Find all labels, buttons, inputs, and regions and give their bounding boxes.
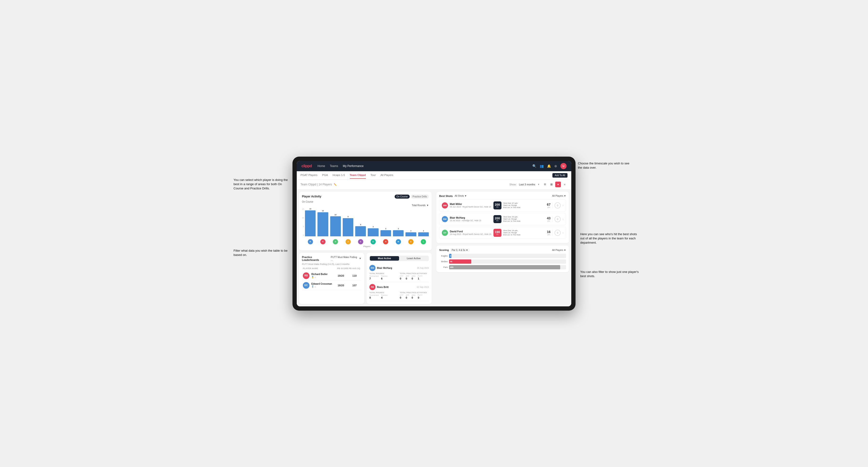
shot-stat2-0: 0 xyxy=(555,203,561,209)
page-wrapper: Choose the timescale you wish to see the… xyxy=(292,157,576,311)
player-avatar-4[interactable]: E xyxy=(355,239,366,244)
bar-3 xyxy=(343,218,353,236)
most-active-tab[interactable]: Most Active xyxy=(370,256,399,261)
player-avatar-7[interactable]: M xyxy=(393,239,404,244)
pai-stat-gtt-0: GTT0 xyxy=(400,275,403,280)
people-icon[interactable]: 👥 xyxy=(540,164,544,168)
lb-medal-0: 🥇 xyxy=(311,276,314,278)
on-course-toggle[interactable]: On Course xyxy=(395,195,410,198)
chart-dropdown-chevron: ▼ xyxy=(427,204,429,207)
scoring-players-dropdown[interactable]: All Players ▼ xyxy=(552,249,566,251)
bar-group-8: 2 xyxy=(405,230,416,236)
activity-title: Player Activity xyxy=(302,195,321,198)
list-view-button[interactable]: ▦ xyxy=(549,182,554,187)
avatar-circle-5: D xyxy=(371,239,376,244)
scoring-bar-row-0: Eagles3 xyxy=(439,254,566,258)
grid-view-button[interactable]: ⊞ xyxy=(542,182,548,187)
bar-9 xyxy=(418,232,429,236)
avatar-circle-0: B xyxy=(308,239,313,244)
bell-icon[interactable]: 🔔 xyxy=(547,164,551,168)
pai-name-0: Blair McHarg xyxy=(377,267,415,269)
bar-value-9: 2 xyxy=(423,230,424,232)
nav-teams[interactable]: Teams xyxy=(330,163,338,168)
y-label-0: 0 xyxy=(302,234,304,236)
shot-item-2[interactable]: DFDavid Ford24 Aug 2023 · Royal North De… xyxy=(439,227,566,239)
scoring-players-chevron: ▼ xyxy=(564,249,566,251)
player-avatar-3[interactable]: J xyxy=(343,239,353,244)
shot-stat1-label-1: yds xyxy=(548,220,550,222)
tab-hcaps[interactable]: Hcaps 1-5 xyxy=(333,172,345,179)
lb-row-0[interactable]: RBRichard Butler🥇119/20110 xyxy=(302,271,361,281)
player-avatar-8[interactable]: E xyxy=(405,239,416,244)
navbar-links: Home Teams My Performance xyxy=(317,163,527,168)
shot-item-1[interactable]: BMBlair McHarg23 Jul 2023 · Ashridge GC,… xyxy=(439,213,566,225)
scoring-bar-label-1: Birdies xyxy=(439,260,448,263)
player-avatar-1[interactable]: R xyxy=(317,239,328,244)
best-shots-tab[interactable]: Best Shots xyxy=(439,195,453,197)
avatar[interactable]: U xyxy=(560,163,566,169)
nav-home[interactable]: Home xyxy=(317,163,325,168)
tab-team-clippd[interactable]: Team Clippd xyxy=(350,172,366,179)
lb-row-1[interactable]: ECEdward Crossman🥈218/20107 xyxy=(302,281,361,290)
shot-player-meta-0: 09 Jun 2023 · Royal North Devon GC, Hole… xyxy=(450,206,492,208)
most-active-item-0: BMBlair McHarg26 Aug 2023Total RoundsTou… xyxy=(369,263,429,282)
lb-player-name-0: Richard Butler xyxy=(311,273,333,276)
practice-subtitle: PUTT Must Make Putting (3-6 ft), Last 3 … xyxy=(302,263,361,266)
show-value[interactable]: Last 3 months xyxy=(519,183,535,186)
pai-val-app-1: 0 xyxy=(406,296,407,299)
shot-info-1: Shot Dist: 43 ydsStart Lie: RoughEnd Lie… xyxy=(503,216,545,222)
scoring-bar-track-0: 3 xyxy=(449,254,566,258)
add-to-all-button[interactable]: Add To All xyxy=(552,173,567,178)
show-label: Show: xyxy=(509,183,517,186)
scoring-dropdown[interactable]: Par 3, 4 & 5s ▼ xyxy=(450,248,470,252)
player-avatar-9[interactable]: L xyxy=(418,239,429,244)
pai-sublabel-arg-0: ARG xyxy=(412,275,415,277)
player-avatar-6[interactable]: R xyxy=(380,239,391,244)
annotation-player-select: You can select which player is doing the… xyxy=(234,178,290,191)
shot-stat1-2: 16yds xyxy=(547,230,551,236)
tab-tour[interactable]: Tour xyxy=(371,172,376,179)
lb-avg-1: 107 xyxy=(349,284,361,287)
shot-avatar-0: MM xyxy=(442,203,448,209)
best-shots-header: Best Shots All Shots ▼ All Players ▼ xyxy=(439,195,566,197)
player-count: 14 Players xyxy=(319,183,332,186)
player-avatar-5[interactable]: D xyxy=(368,239,378,244)
shot-stat1-label-0: yds xyxy=(548,206,550,208)
shot-chevron-2[interactable]: › xyxy=(563,231,563,235)
bar-group-1: 12 xyxy=(317,210,328,236)
search-icon[interactable]: 🔍 xyxy=(532,164,536,168)
tab-pgat-players[interactable]: PGAT Players xyxy=(301,172,317,179)
tab-pga[interactable]: PGA xyxy=(322,172,328,179)
players-filter-dropdown[interactable]: All Players ▼ xyxy=(552,195,566,197)
all-shots-label: All Shots xyxy=(455,195,464,197)
shot-item-0[interactable]: MMMatt Miller09 Jun 2023 · Royal North D… xyxy=(439,199,566,212)
scoring-bar-fill-1: 96 xyxy=(449,259,471,264)
all-shots-dropdown[interactable]: All Shots ▼ xyxy=(455,195,467,197)
pai-rounds-group-0: Total RoundsTournament7Practice6 xyxy=(369,272,398,280)
chart-section-title: On Course xyxy=(302,200,429,203)
pai-stat-app-0: APP0 xyxy=(406,275,409,280)
shot-chevron-0[interactable]: › xyxy=(563,204,563,207)
add-icon[interactable]: ⊕ xyxy=(554,164,557,168)
table-view-button[interactable]: ≡ xyxy=(562,182,567,187)
pai-sublabel-gtt-1: GTT xyxy=(400,294,403,296)
least-active-tab[interactable]: Least Active xyxy=(399,256,428,261)
practice-drills-toggle[interactable]: Practice Drills xyxy=(411,195,429,198)
shot-chevron-1[interactable]: › xyxy=(563,217,563,221)
pai-avatar-0: BM xyxy=(369,265,375,271)
chart-dropdown[interactable]: Total Rounds ▼ xyxy=(302,204,429,207)
card-view-button[interactable]: ♥ xyxy=(555,182,561,187)
bar-chart: 15 10 5 0 1312109543322 xyxy=(302,208,429,248)
player-avatar-0[interactable]: B xyxy=(305,239,316,244)
best-shots-card: Best Shots All Shots ▼ All Players ▼ MMM… xyxy=(436,192,569,243)
nav-my-performance[interactable]: My Performance xyxy=(343,163,364,168)
practice-dropdown[interactable]: PUTT Must Make Putting ... ▼ xyxy=(331,256,361,261)
player-avatar-2[interactable]: D xyxy=(330,239,341,244)
shot-stat1-label-2: yds xyxy=(548,234,550,236)
lb-player-name-1: Edward Crossman xyxy=(311,283,333,285)
tab-all-players[interactable]: All Players xyxy=(380,172,393,179)
shot-badge-2: 198SG xyxy=(493,229,501,237)
pai-val-putt-1: 0 xyxy=(418,296,419,299)
edit-icon[interactable]: ✏️ xyxy=(334,183,337,186)
show-chevron-icon[interactable]: ▼ xyxy=(537,183,540,186)
